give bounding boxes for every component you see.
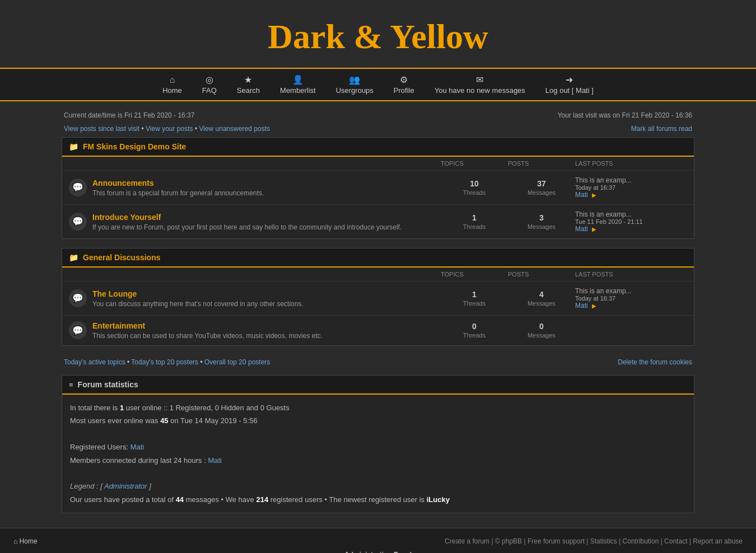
forum-name-lounge[interactable]: The Lounge [92, 289, 304, 298]
footer-nav: ⌂ Home Create a forum | © phpBB | Free f… [11, 534, 745, 549]
stats-header: ≡ Forum statistics [62, 376, 694, 395]
forum-name-introduce[interactable]: Introduce Yourself [92, 213, 402, 222]
last-post-date-introduce: Tue 11 Feb 2020 - 21:11 [575, 218, 687, 225]
nav-logout[interactable]: ➜ Log out [ Mati ] [535, 72, 604, 97]
active-topics-link[interactable]: Today's active topics [64, 358, 125, 366]
footer-link-contact[interactable]: Contact [664, 537, 687, 545]
messages-label-announcements: Messages [528, 189, 556, 196]
threads-label-announcements: Threads [463, 189, 486, 196]
forum-icon-entertainment: 💬 [69, 321, 87, 339]
chat-icon-announcements: 💬 [72, 182, 83, 193]
nav-messages[interactable]: ✉ You have no new messages [424, 72, 535, 97]
footer-link-free-support[interactable]: Free forum support [528, 537, 585, 545]
view-posts-link[interactable]: View posts since last visit [64, 125, 139, 133]
legend-line: Legend : [ Administrator ] [70, 480, 686, 493]
your-posts-link[interactable]: View your posts [146, 125, 193, 133]
forum-row-announcements: 💬 Announcements This forum is a special … [62, 171, 694, 205]
footer-link-create-forum[interactable]: Create a forum [445, 537, 489, 545]
messages-label-entertainment: Messages [528, 332, 556, 339]
bottom-links-left: Today's active topics • Today's top 20 p… [64, 358, 270, 366]
overall-top-link[interactable]: Overall top 20 posters [204, 358, 270, 366]
main-nav: ⌂ Home ◎ FAQ ★ Search 👤 Memberlist 👥 Use… [0, 69, 756, 101]
legend-admin-link[interactable]: Administrator [104, 482, 147, 490]
forum-stat-threads-lounge: 1 Threads [441, 290, 508, 307]
registered-user-link[interactable]: Mati [130, 443, 144, 451]
stats-body: In total there is 1 user online :: 1 Reg… [62, 395, 694, 513]
connected-users-line: Members connected during last 24 hours :… [70, 454, 686, 467]
footer-link-statistics[interactable]: Statistics [590, 537, 617, 545]
threads-label-lounge: Threads [463, 300, 486, 307]
last-post-announcements: This is an examp... Today at 16:37 Mati … [575, 176, 687, 199]
admin-panel[interactable]: Administration Panel [11, 549, 745, 553]
forum-desc-announcements: This forum is a special forum for genera… [92, 189, 264, 197]
last-post-user-introduce[interactable]: Mati [575, 225, 588, 233]
col-posts-1: POSTS [508, 160, 575, 167]
mark-all-link[interactable]: Mark all forums read [631, 125, 692, 133]
stats-title: Forum statistics [78, 380, 138, 389]
col-lastposts-1: LAST POSTS [575, 160, 687, 167]
nav-search-label: Search [237, 86, 260, 95]
nav-faq-label: FAQ [202, 86, 217, 95]
site-title: Dark & Yellow [0, 17, 756, 57]
forum-stat-messages-lounge: 4 Messages [508, 290, 575, 307]
section-cols-general: TOPICS POSTS LAST POSTS [62, 268, 694, 282]
section-header-fm-skins: 📁 FM Skins Design Demo Site [62, 138, 694, 157]
threads-label-entertainment: Threads [463, 332, 486, 339]
logout-icon: ➜ [566, 74, 573, 85]
unanswered-link[interactable]: View unanswered posts [199, 125, 270, 133]
total-stats-line: Our users have posted a total of 44 mess… [70, 493, 686, 506]
footer-link-contribution[interactable]: Contribution [623, 537, 659, 545]
footer-link-report[interactable]: Report an abuse [693, 537, 743, 545]
nav-faq[interactable]: ◎ FAQ [192, 72, 227, 97]
delete-cookies-link[interactable]: Delete the forum cookies [618, 358, 692, 366]
nav-home[interactable]: ⌂ Home [152, 73, 192, 97]
connected-user-link[interactable]: Mati [208, 456, 222, 465]
col-topics-2: TOPICS [441, 271, 508, 278]
forum-info-entertainment: Entertainment This section can be used t… [92, 321, 323, 340]
nav-usergroups[interactable]: 👥 Usergroups [326, 72, 384, 97]
forum-section-general: 📁 General Discussions TOPICS POSTS LAST … [62, 248, 694, 346]
main-container: Current date/time is Fri 21 Feb 2020 - 1… [62, 101, 694, 528]
nav-search[interactable]: ★ Search [227, 72, 270, 97]
usergroups-icon: 👥 [349, 74, 360, 85]
info-bar: Current date/time is Fri 21 Feb 2020 - 1… [62, 107, 694, 124]
forum-name-entertainment[interactable]: Entertainment [92, 321, 323, 330]
messages-label-introduce: Messages [528, 223, 556, 230]
section-cols-fm-skins: TOPICS POSTS LAST POSTS [62, 157, 694, 171]
forum-desc-entertainment: This section can be used to share YouTub… [92, 332, 323, 340]
home-icon: ⌂ [170, 75, 175, 85]
footer-home[interactable]: ⌂ Home [13, 537, 38, 545]
col-posts-2: POSTS [508, 271, 575, 278]
footer-link-phpbb[interactable]: © phpBB [495, 537, 522, 545]
nav-logout-label: Log out [ Mati ] [545, 86, 594, 95]
last-post-user-lounge[interactable]: Mati [575, 302, 588, 310]
post-icon-lounge: ▶ [592, 303, 596, 309]
bars-icon: ≡ [69, 381, 73, 389]
top-posters-link[interactable]: Today's top 20 posters [131, 358, 198, 366]
last-post-date-announcements: Today at 16:37 [575, 184, 687, 191]
site-header: Dark & Yellow [0, 0, 756, 69]
search-icon: ★ [244, 74, 252, 85]
memberlist-icon: 👤 [292, 74, 304, 85]
last-visit: Your last visit was on Fri 21 Feb 2020 -… [558, 111, 692, 119]
forum-stat-messages-introduce: 3 Messages [508, 213, 575, 231]
current-datetime: Current date/time is Fri 21 Feb 2020 - 1… [64, 111, 194, 119]
post-icon-announcements: ▶ [592, 192, 596, 198]
threads-count-introduce: 1 [441, 213, 508, 222]
forum-desc-introduce: If you are new to Forum, post your first… [92, 223, 402, 231]
forum-info-introduce: Introduce Yourself If you are new to For… [92, 213, 402, 231]
nav-profile[interactable]: ⚙ Profile [384, 72, 424, 97]
nav-memberlist[interactable]: 👤 Memberlist [270, 72, 326, 97]
messages-count-entertainment: 0 [508, 322, 575, 331]
last-post-date-lounge: Today at 16:37 [575, 295, 687, 302]
online-line: In total there is 1 user online :: 1 Reg… [70, 401, 686, 414]
folder-icon-general: 📁 [69, 253, 78, 262]
stats-section: ≡ Forum statistics In total there is 1 u… [62, 375, 694, 513]
section-title-fm-skins: FM Skins Design Demo Site [83, 142, 186, 151]
nav-home-label: Home [162, 86, 182, 95]
nav-memberlist-label: Memberlist [280, 86, 316, 95]
last-post-user-announcements[interactable]: Mati [575, 191, 588, 199]
messages-icon: ✉ [476, 74, 483, 85]
forum-name-announcements[interactable]: Announcements [92, 179, 264, 188]
nav-profile-label: Profile [394, 86, 414, 95]
